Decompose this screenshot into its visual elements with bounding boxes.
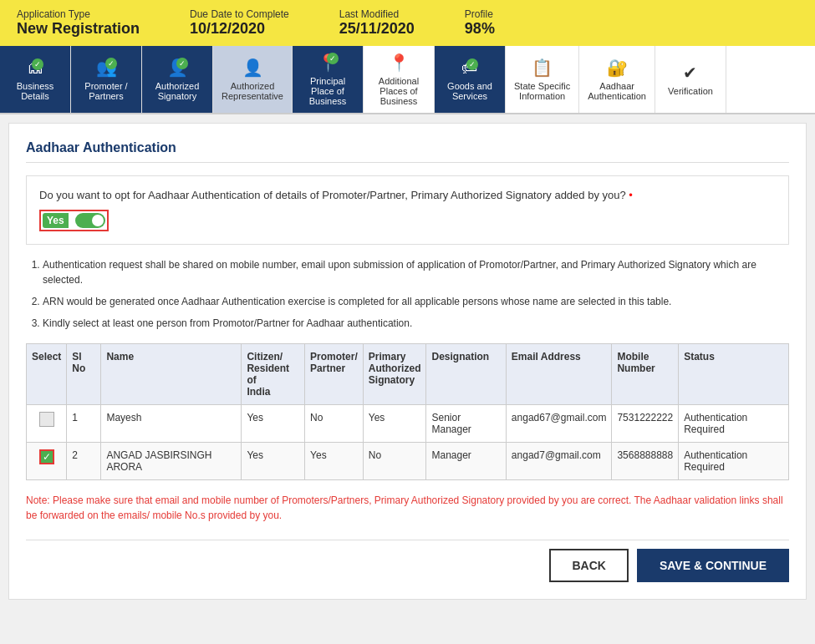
check-icon: ✓ xyxy=(32,58,43,70)
footer-buttons: BACK SAVE & CONTINUE xyxy=(26,540,789,582)
question-box: Do you want to opt for Aadhaar Authentic… xyxy=(26,175,789,245)
promoter-cell: No xyxy=(305,405,364,443)
toggle-switch[interactable] xyxy=(75,213,105,228)
tab-verification[interactable]: ✔ Verification xyxy=(655,46,726,113)
instruction-item: Kindly select at least one person from P… xyxy=(43,316,789,331)
name-cell: ANGAD JASBIRSINGH ARORA xyxy=(101,443,242,480)
col-email: Email Address xyxy=(506,344,612,405)
col-mobile: MobileNumber xyxy=(612,344,679,405)
due-date-value: 10/12/2020 xyxy=(190,20,265,37)
tab-additional-places[interactable]: 📍 AdditionalPlaces ofBusiness xyxy=(364,46,435,113)
due-date-label: Due Date to Complete xyxy=(190,8,289,20)
tab-label: Promoter /Partners xyxy=(84,81,127,101)
col-select: Select xyxy=(27,344,67,405)
profile-field: Profile 98% xyxy=(465,8,495,38)
primary-auth-cell: Yes xyxy=(363,405,426,443)
question-text: Do you want to opt for Aadhaar Authentic… xyxy=(39,189,776,201)
navigation-tabs: 🗂 ✓ BusinessDetails 👥 ✓ Promoter /Partne… xyxy=(0,46,815,114)
col-citizen: Citizen/Resident ofIndia xyxy=(242,344,305,405)
save-continue-button[interactable]: SAVE & CONTINUE xyxy=(637,549,789,582)
location-icon: 📍 ✓ xyxy=(318,53,339,73)
tab-label: PrincipalPlace ofBusiness xyxy=(309,76,347,106)
mobile-cell: 7531222222 xyxy=(612,405,679,443)
person-icon: 👤 ✓ xyxy=(167,58,188,78)
due-date-field: Due Date to Complete 10/12/2020 xyxy=(190,8,289,38)
designation-cell: Senior Manager xyxy=(426,405,506,443)
check-icon: ✓ xyxy=(176,58,188,69)
tab-promoter-partners[interactable]: 👥 ✓ Promoter /Partners xyxy=(71,46,142,113)
profile-value: 98% xyxy=(465,20,495,37)
persons-table: Select Sl No Name Citizen/Resident ofInd… xyxy=(26,343,789,480)
instructions-list: Authentication request shall be shared o… xyxy=(26,257,789,331)
main-content: Aadhaar Authentication Do you want to op… xyxy=(8,123,807,600)
tab-label: AadhaarAuthentication xyxy=(588,81,646,101)
app-type-label: Application Type xyxy=(17,8,140,20)
required-marker: • xyxy=(629,189,633,201)
tab-label: Goods andServices xyxy=(447,81,492,101)
profile-label: Profile xyxy=(465,8,495,20)
tab-label: State SpecificInformation xyxy=(514,81,570,101)
status-cell: Authentication Required xyxy=(679,443,789,480)
select-cell[interactable] xyxy=(27,405,67,443)
select-cell[interactable]: ✓ xyxy=(27,443,67,480)
col-designation: Designation xyxy=(426,344,506,405)
table-row: 1 Mayesh Yes No Yes Senior Manager angad… xyxy=(27,405,789,443)
mobile-cell: 3568888888 xyxy=(612,443,679,480)
document-icon: 📋 xyxy=(532,58,553,78)
toggle-yes-label: Yes xyxy=(43,213,69,228)
last-modified-value: 25/11/2020 xyxy=(339,20,415,37)
email-cell: angad7@gmail.com xyxy=(506,443,612,480)
instruction-item: ARN would be generated once Aadhaar Auth… xyxy=(43,294,789,309)
people-icon: 👥 ✓ xyxy=(96,58,117,78)
check-circle-icon: ✔ xyxy=(683,63,697,83)
app-type-value: New Registration xyxy=(17,20,140,37)
app-type-field: Application Type New Registration xyxy=(17,8,140,38)
sl-no-cell: 1 xyxy=(67,405,101,443)
tab-label: AuthorizedRepresentative xyxy=(222,81,283,101)
checkbox[interactable] xyxy=(39,412,54,427)
location-icon: 📍 xyxy=(389,53,410,73)
primary-auth-cell: No xyxy=(363,443,426,480)
tab-state-specific[interactable]: 📋 State SpecificInformation xyxy=(506,46,579,113)
tab-principal-place[interactable]: 📍 ✓ PrincipalPlace ofBusiness xyxy=(293,46,364,113)
name-cell: Mayesh xyxy=(101,405,242,443)
tab-authorized-signatory[interactable]: 👤 ✓ AuthorizedSignatory xyxy=(142,46,213,113)
tab-authorized-representative[interactable]: 👤 AuthorizedRepresentative xyxy=(213,46,293,113)
briefcase-icon: 🗂 ✓ xyxy=(27,58,43,78)
table-row: ✓ 2 ANGAD JASBIRSINGH ARORA Yes Yes No M… xyxy=(27,443,789,480)
tab-goods-services[interactable]: 🏷 ✓ Goods andServices xyxy=(435,46,506,113)
note-text: Note: Please make sure that email and mo… xyxy=(26,493,789,523)
tab-label: AdditionalPlaces ofBusiness xyxy=(379,76,419,106)
designation-cell: Manager xyxy=(426,443,506,480)
last-modified-label: Last Modified xyxy=(339,8,415,20)
person-icon: 👤 xyxy=(242,58,263,78)
citizen-cell: Yes xyxy=(242,443,305,480)
check-icon: ✓ xyxy=(105,58,117,69)
tag-icon: 🏷 ✓ xyxy=(461,58,478,78)
col-status: Status xyxy=(679,344,789,405)
lock-icon: 🔐 xyxy=(607,58,628,78)
col-promoter: Promoter/Partner xyxy=(305,344,364,405)
tab-business-details[interactable]: 🗂 ✓ BusinessDetails xyxy=(0,46,71,113)
tab-label: Verification xyxy=(668,86,713,96)
tab-label: BusinessDetails xyxy=(17,81,54,101)
instruction-item: Authentication request shall be shared o… xyxy=(43,257,789,287)
header: Application Type New Registration Due Da… xyxy=(0,0,815,46)
col-primary-auth: PrimaryAuthorizedSignatory xyxy=(363,344,426,405)
col-name: Name xyxy=(101,344,242,405)
check-icon: ✓ xyxy=(327,53,339,64)
promoter-cell: Yes xyxy=(305,443,364,480)
checkbox[interactable]: ✓ xyxy=(39,449,54,464)
email-cell: angad67@gmail.com xyxy=(506,405,612,443)
toggle-container[interactable]: Yes xyxy=(39,210,109,231)
tab-aadhaar-authentication[interactable]: 🔐 AadhaarAuthentication xyxy=(579,46,655,113)
status-cell: Authentication Required xyxy=(679,405,789,443)
check-icon: ✓ xyxy=(466,58,478,70)
col-sl-no: Sl No xyxy=(67,344,101,405)
last-modified-field: Last Modified 25/11/2020 xyxy=(339,8,415,38)
sl-no-cell: 2 xyxy=(67,443,101,480)
section-title: Aadhaar Authentication xyxy=(26,140,789,163)
back-button[interactable]: BACK xyxy=(549,549,628,582)
citizen-cell: Yes xyxy=(242,405,305,443)
tab-label: AuthorizedSignatory xyxy=(155,81,200,101)
